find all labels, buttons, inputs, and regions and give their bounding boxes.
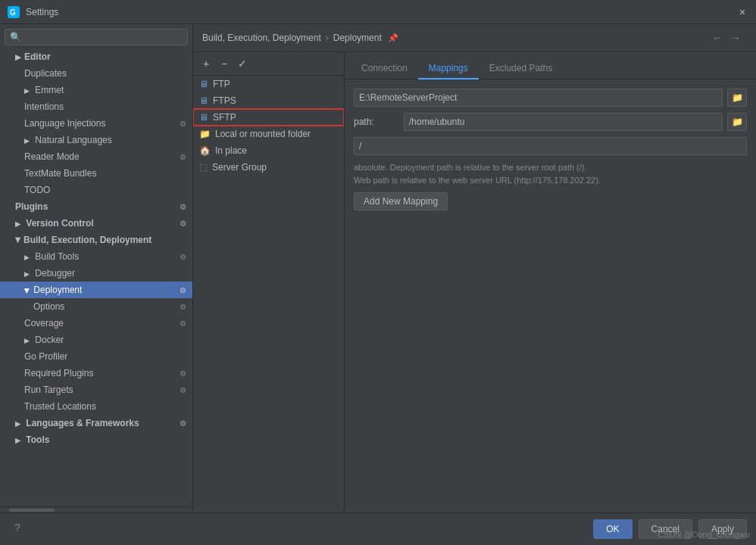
sidebar-item-language-injections[interactable]: Language Injections ⚙	[0, 115, 192, 132]
sidebar-label: TODO	[24, 185, 50, 195]
sidebar-label: ▶ Languages & Frameworks	[15, 418, 139, 428]
config-panel: Connection Mappings Excluded Paths 📁	[345, 52, 756, 512]
sidebar-item-editor[interactable]: ▶ Editor	[0, 48, 192, 65]
server-label: FTPS	[213, 95, 236, 106]
confirm-server-button[interactable]: ✓	[234, 55, 251, 72]
help-button[interactable]: ?	[9, 519, 26, 536]
sidebar-label: Plugins	[15, 201, 48, 212]
sidebar-label: Options	[33, 301, 64, 312]
server-item-server-group[interactable]: ⬚ Server Group	[193, 159, 344, 176]
chevron-icon: ▶	[15, 220, 20, 228]
sidebar-list: ▶ Editor Duplicates ▶ Emmet Intentions	[0, 48, 192, 506]
sidebar-item-build-execution-deployment[interactable]: ▶ Build, Execution, Deployment	[0, 232, 192, 248]
group-icon: ⬚	[199, 162, 208, 173]
pin-icon: 📌	[388, 33, 398, 43]
close-button[interactable]: ×	[736, 6, 748, 18]
sidebar-item-debugger[interactable]: ▶ Debugger	[0, 265, 192, 282]
deploy-path-row: path: 📁	[354, 113, 747, 131]
sidebar: 🔍 ▶ Editor Duplicates ▶	[0, 24, 193, 512]
chevron-icon: ▶	[24, 270, 30, 278]
cancel-button[interactable]: Cancel	[639, 519, 692, 539]
folder-icon: 📁	[199, 129, 211, 139]
server-item-in-place[interactable]: 🏠 In place	[193, 142, 344, 159]
sidebar-item-natural-languages[interactable]: ▶ Natural Languages	[0, 132, 192, 148]
breadcrumb-sep: ›	[326, 33, 329, 43]
sidebar-label: Duplicates	[24, 68, 67, 79]
chevron-icon: ▶	[15, 53, 21, 61]
dialog-title: Settings	[26, 7, 736, 17]
sidebar-label: ▶ Build Tools	[24, 251, 79, 262]
sidebar-label: ▶ Version Control	[15, 218, 94, 229]
sidebar-item-version-control[interactable]: ▶ Version Control ⚙	[0, 215, 192, 232]
chevron-icon: ▶	[24, 87, 30, 95]
server-list-panel: + − ✓ 🖥 FTP 🖥 FTPS	[193, 52, 345, 512]
local-path-browse-button[interactable]: 📁	[727, 89, 747, 107]
sidebar-label: ▶ Debugger	[24, 268, 75, 279]
server-item-sftp[interactable]: 🖥 SFTP	[193, 109, 344, 126]
deploy-path-label: path:	[354, 117, 399, 127]
sidebar-item-docker[interactable]: ▶ Docker	[0, 332, 192, 348]
server-item-ftps[interactable]: 🖥 FTPS	[193, 92, 344, 109]
server-items: 🖥 FTP 🖥 FTPS 🖥 SFTP	[193, 76, 344, 512]
sidebar-label: ▶ Emmet	[24, 85, 64, 95]
add-new-mapping-button[interactable]: Add New Mapping	[354, 192, 448, 210]
sidebar-item-trusted-locations[interactable]: Trusted Locations	[0, 398, 192, 415]
sidebar-item-languages-frameworks[interactable]: ▶ Languages & Frameworks ⚙	[0, 415, 192, 431]
sidebar-label: Required Plugins	[24, 368, 93, 378]
house-icon: 🏠	[199, 145, 211, 156]
sidebar-item-textmate-bundles[interactable]: TextMate Bundles	[0, 165, 192, 182]
sidebar-item-reader-mode[interactable]: Reader Mode ⚙	[0, 148, 192, 165]
deploy-path-browse-button[interactable]: 📁	[727, 113, 747, 131]
sidebar-item-options[interactable]: Options ⚙	[0, 298, 192, 315]
local-path-input[interactable]	[354, 89, 723, 107]
ok-button[interactable]: OK	[593, 519, 632, 539]
sidebar-label: Go Profiler	[24, 351, 67, 362]
sidebar-label: Trusted Locations	[24, 401, 96, 412]
sidebar-scrollbar[interactable]	[9, 509, 55, 512]
sidebar-item-coverage[interactable]: Coverage ⚙	[0, 315, 192, 332]
local-path-row: 📁	[354, 89, 747, 107]
sidebar-item-plugins[interactable]: Plugins ⚙	[0, 198, 192, 215]
sidebar-item-build-tools[interactable]: ▶ Build Tools ⚙	[0, 248, 192, 265]
sidebar-item-required-plugins[interactable]: Required Plugins ⚙	[0, 365, 192, 382]
server-label: Local or mounted folder	[215, 129, 311, 139]
web-path-input[interactable]	[354, 137, 747, 155]
sidebar-item-emmet[interactable]: ▶ Emmet	[0, 82, 192, 98]
settings-icon: ⚙	[180, 120, 186, 128]
remove-server-button[interactable]: −	[216, 55, 233, 72]
server-label: Server Group	[212, 162, 267, 173]
add-server-button[interactable]: +	[198, 55, 214, 72]
server-item-local-folder[interactable]: 📁 Local or mounted folder	[193, 126, 344, 142]
sidebar-item-intentions[interactable]: Intentions	[0, 98, 192, 115]
chevron-icon: ▶	[24, 254, 30, 261]
tab-connection[interactable]: Connection	[351, 58, 418, 79]
sidebar-item-todo[interactable]: TODO	[0, 182, 192, 198]
server-toolbar: + − ✓	[193, 52, 344, 76]
settings-dialog: 🔍 ▶ Editor Duplicates ▶	[0, 24, 756, 545]
sidebar-item-tools[interactable]: ▶ Tools	[0, 431, 192, 448]
search-input[interactable]	[24, 32, 183, 42]
server-label: In place	[215, 145, 247, 156]
nav-back-button[interactable]: ←	[709, 30, 726, 45]
tab-mappings[interactable]: Mappings	[418, 58, 479, 79]
apply-button[interactable]: Apply	[698, 519, 747, 539]
server-icon-ftp: 🖥	[199, 79, 208, 89]
nav-forward-button[interactable]: →	[727, 30, 744, 45]
sidebar-item-run-targets[interactable]: Run Targets ⚙	[0, 382, 192, 398]
sidebar-item-go-profiler[interactable]: Go Profiler	[0, 348, 192, 365]
sidebar-label: Coverage	[24, 318, 64, 329]
chevron-icon: ▶	[24, 137, 30, 145]
sidebar-item-duplicates[interactable]: Duplicates	[0, 65, 192, 82]
sidebar-label: TextMate Bundles	[24, 168, 96, 179]
server-item-ftp[interactable]: 🖥 FTP	[193, 76, 344, 92]
title-bar: G Settings ×	[0, 0, 756, 24]
breadcrumb-deployment: Deployment	[333, 33, 382, 43]
sidebar-label: Reader Mode	[24, 151, 80, 162]
breadcrumb-build: Build, Execution, Deployment	[202, 33, 321, 43]
sidebar-label: Run Targets	[24, 385, 73, 395]
deploy-path-input[interactable]	[404, 113, 723, 131]
search-box[interactable]: 🔍	[5, 29, 188, 45]
tab-excluded-paths[interactable]: Excluded Paths	[479, 58, 563, 79]
sidebar-label: Language Injections	[24, 118, 105, 129]
sidebar-item-deployment[interactable]: ▶ Deployment ⚙	[0, 282, 192, 298]
